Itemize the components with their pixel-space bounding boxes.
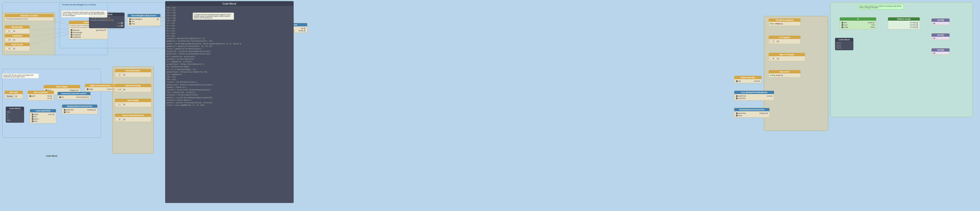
lbp-line-out [770, 95, 772, 97]
coordinates-note: Coordinates that define what portion of … [62, 10, 107, 17]
color-byargb-node: Color.ByARGB alpha color red green blue [30, 109, 56, 124]
code-line-polySurface2: polySurface2 = PolySurface.Chamfer(t8, t… [167, 71, 292, 73]
cba-color-out [52, 114, 54, 115]
glass-panel-value[interactable]: 49 [116, 118, 123, 121]
roof-overhang-value[interactable]: 0.52 [116, 88, 123, 91]
cb-max-out [121, 25, 123, 27]
roof-depth-value[interactable]: 0.1 [116, 103, 123, 106]
roof-elevation-node[interactable]: Roof Elevation 10 [115, 69, 151, 77]
display-geo-color-right-header: Display.ByGeometryColor [734, 108, 769, 111]
code-line-t8: t8 = t14; [167, 35, 292, 37]
watch-out0-node: OUT[0] null [931, 18, 950, 25]
amplitude-out-port [13, 39, 15, 41]
code-line-t7b: t7 = [geometry2, surface4]; [167, 60, 292, 63]
import-note: Import SAT 3D site model and display wit… [2, 73, 39, 78]
display-geo-color-header: Display.ByGeometryColor [62, 105, 97, 108]
gp-out [123, 119, 125, 121]
lbp-start-in [736, 95, 738, 97]
dgcr-color-in [736, 115, 738, 116]
attractor-location-header: Attractor Location [5, 14, 54, 17]
max-steps-header: Max # of Steps [769, 53, 805, 56]
maxsteps-out [777, 58, 779, 60]
watch-out1-val: null [933, 37, 948, 39]
agents-value[interactable]: 79 [770, 40, 777, 43]
color-val-2: 0 [7, 114, 23, 116]
code-line-geo1: geometry1 = nurbsSurface.Translate(vecto… [167, 40, 292, 43]
cbr-null2: null2 [837, 44, 852, 47]
amplitude-node[interactable]: Amplitude 0.8 [5, 34, 30, 43]
agents-header: # of Agents [769, 36, 800, 39]
wavelength-value[interactable]: 4.2 [6, 30, 13, 33]
if-true-in [842, 24, 843, 26]
if-result-out [873, 22, 875, 24]
descend-out [781, 75, 783, 76]
descend-false[interactable]: False [776, 74, 781, 76]
code-line-surface11: surface11 = Surface.ByCoft(t111); [167, 94, 292, 96]
code-line-vector11: vector11 = Vector.ZAxis(); [167, 99, 292, 102]
code-line-t6: t6 = t14; [167, 30, 292, 32]
ffp-file-out [50, 95, 52, 97]
code-block-colors-header: Code Block [6, 107, 24, 110]
roof-elevation-value[interactable]: 10 [116, 73, 123, 76]
file-path-node[interactable]: File Path Browse... [5, 90, 23, 98]
bbc-max-in [129, 23, 131, 25]
oir-in [736, 80, 738, 82]
amplitude-value[interactable]: 0.8 [6, 38, 13, 41]
on-off-node[interactable]: On/Off (true/false) True ● False [768, 18, 800, 26]
ffp-loc-out [50, 97, 52, 99]
code-line-color1: color1 = Color.ByARGB(150, t1, t1, 164); [167, 104, 292, 107]
code-line-curve111: curve111 = polyCurve11.PullOntoPlane(pla… [167, 89, 292, 91]
re-out [123, 74, 125, 76]
preview-note: Preview the BoundingBox as a Cuboid [62, 4, 96, 6]
descend-true[interactable]: ● True [770, 74, 775, 76]
py-out0 [916, 22, 918, 24]
canvas: Preview the BoundingBox as a Cuboid Coor… [0, 0, 980, 211]
fe-edges-out [76, 89, 78, 91]
code-line-t7: t7 = t14; [167, 32, 292, 35]
agents-node[interactable]: # of Agents 79 [768, 36, 800, 44]
wavelength-node[interactable]: Wavelength 4.2 [5, 25, 30, 34]
if-header: If [840, 17, 876, 21]
import-sat-region [2, 69, 101, 138]
code-line-t5: t5 = t14; [167, 27, 292, 30]
code-line-t32: t32 = t31; [167, 76, 292, 78]
on-off-false[interactable]: ● False [775, 23, 781, 25]
pg-wavelength-in [71, 32, 73, 33]
amplitude-header: Amplitude [5, 34, 30, 37]
descend-node[interactable]: Descend? ● True False [768, 70, 800, 78]
py-out1 [916, 24, 918, 26]
if-note: This if node functions as a 'switch' for… [858, 4, 904, 10]
point-count-value[interactable]: 35 [6, 47, 13, 50]
pg-pointcount-in [71, 36, 73, 38]
cba-green-in [32, 118, 33, 120]
python-script-node: Python Script OUT[0] OUT[1] OUT[2] [888, 17, 920, 29]
py-out2 [916, 26, 918, 28]
color-val-3: 0 [7, 116, 23, 119]
max-steps-node[interactable]: Max # of Steps 48 [768, 53, 805, 61]
glass-panel-node[interactable]: Glass Panel Divisions 49 [115, 114, 151, 122]
attractor-subtitle: Point.ByCoordinates(90,130,0) [6, 18, 28, 20]
code-line-plane1: plane1 = Plane.ByOriginNormal(point1, Ve… [167, 43, 292, 45]
on-off-true[interactable]: True [770, 23, 774, 25]
roof-overhang-node[interactable]: Roof Overhang 0.52 [115, 84, 151, 92]
cba-blue-in [32, 121, 33, 122]
browse-button[interactable]: Browse... [6, 95, 15, 97]
face-edges-header: Face Edges [44, 85, 80, 88]
pg-attractor-in [71, 29, 73, 31]
code-line-geo2: geometry2 = geometry1.Scale(plane1, t5, … [167, 45, 292, 48]
bounding-box-corners-header: BoundingBox.ByCorners [127, 14, 160, 17]
object-identity-right-header: Object.Identity [734, 76, 761, 79]
file-path-header: File Path [5, 91, 23, 94]
code-line-t6b: t6 = [polyCurve1, polyCurve2]; [167, 56, 292, 58]
if-test-in [842, 22, 843, 24]
point-count-node[interactable]: Point Count 35 [5, 43, 30, 51]
bbc-min-in [129, 21, 131, 22]
roof-depth-node[interactable]: Roof Depth 0.1 [115, 98, 151, 107]
max-steps-value[interactable]: 48 [770, 57, 777, 60]
point-count-out-port [13, 48, 15, 49]
line-by-points-header: Line.ByStartPointEndPoint [734, 91, 774, 94]
gi-out [87, 96, 89, 98]
code-block-label: Code Block [46, 155, 57, 157]
file-from-path-header: File.FromPath [28, 91, 54, 94]
edge-curve-geometry-header: Edge.CurveGeometry [85, 84, 116, 87]
